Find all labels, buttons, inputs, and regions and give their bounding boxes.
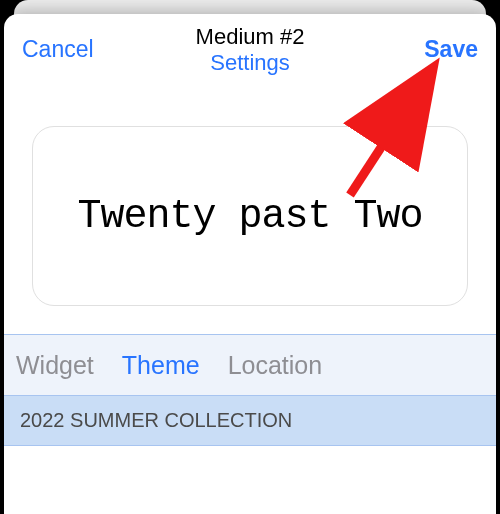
tab-location[interactable]: Location bbox=[228, 351, 323, 380]
cancel-button[interactable]: Cancel bbox=[22, 36, 94, 63]
theme-section-row[interactable]: 2022 SUMMER COLLECTION bbox=[4, 396, 496, 446]
tab-widget[interactable]: Widget bbox=[16, 351, 94, 380]
widget-preview-text: Twenty past Two bbox=[77, 194, 422, 239]
sheet-title-block: Medium #2 Settings bbox=[196, 24, 305, 77]
tab-theme[interactable]: Theme bbox=[122, 351, 200, 380]
settings-sheet: Cancel Medium #2 Settings Save Twenty pa… bbox=[4, 14, 496, 514]
widget-preview[interactable]: Twenty past Two bbox=[32, 126, 468, 306]
tabs-bar: Widget Theme Location bbox=[4, 334, 496, 396]
theme-section-label: 2022 SUMMER COLLECTION bbox=[20, 409, 292, 432]
save-button[interactable]: Save bbox=[424, 36, 478, 63]
preview-area: Twenty past Two bbox=[4, 86, 496, 334]
sheet-header: Cancel Medium #2 Settings Save bbox=[4, 14, 496, 86]
sheet-title: Medium #2 bbox=[196, 24, 305, 50]
sheet-subtitle[interactable]: Settings bbox=[196, 50, 305, 76]
